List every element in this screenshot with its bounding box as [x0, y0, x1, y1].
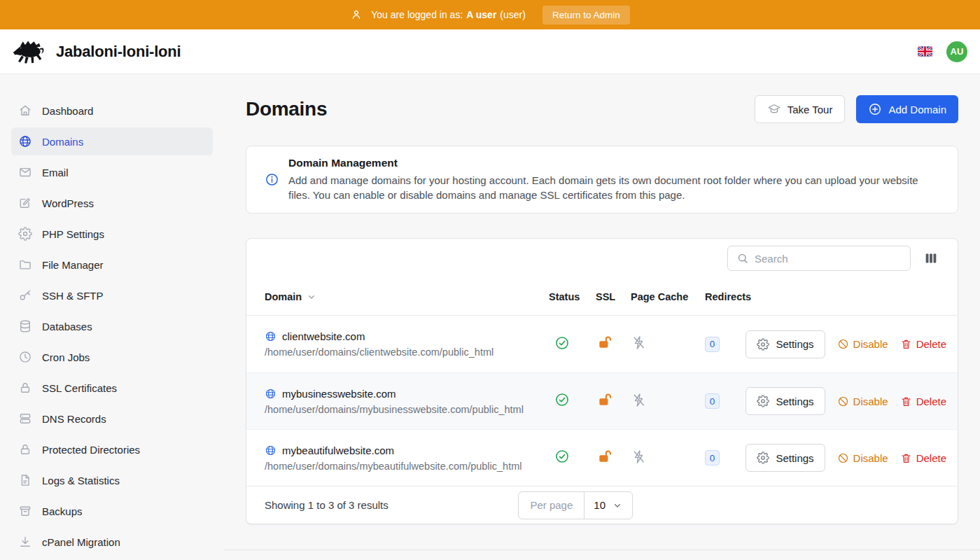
search-input[interactable]: [755, 253, 902, 265]
sidebar-item-cron-jobs[interactable]: Cron Jobs: [11, 343, 213, 371]
return-to-admin-button[interactable]: Return to Admin: [542, 6, 630, 24]
sidebar-item-backups[interactable]: Backups: [11, 497, 213, 525]
redirects-count-badge[interactable]: 0: [705, 337, 720, 352]
gear-icon: [757, 451, 769, 464]
sidebar-item-ssh-sftp[interactable]: SSH & SFTP: [11, 281, 213, 309]
folder-icon: [18, 258, 32, 272]
add-domain-label: Add Domain: [888, 104, 946, 115]
column-settings-button[interactable]: [923, 251, 939, 266]
sidebar-item-label: cPanel Migration: [42, 536, 120, 548]
sidebar-item-label: SSH & SFTP: [42, 290, 104, 302]
sidebar-item-label: Dashboard: [42, 105, 93, 117]
globe-icon: [265, 330, 276, 342]
sidebar-item-dashboard[interactable]: Dashboard: [11, 97, 213, 125]
status-active-icon: [554, 392, 570, 407]
sort-chevron-down-icon: [306, 291, 317, 302]
domain-name: mybeautifulwebsite.com: [282, 444, 394, 456]
take-tour-button[interactable]: Take Tour: [755, 95, 846, 123]
domain-name: mybusinesswebsite.com: [282, 388, 396, 400]
ban-icon: [837, 338, 849, 350]
database-icon: [18, 319, 32, 333]
settings-button[interactable]: Settings: [746, 444, 825, 472]
per-page-control[interactable]: Per page 10: [518, 491, 633, 519]
server-icon: [18, 412, 32, 426]
document-root-path: /home/user/domains/mybusinesswebsite.com…: [265, 404, 549, 415]
ssl-unlocked-icon: [597, 392, 613, 408]
app-header: Jabaloni-loni-loni AU: [0, 29, 980, 74]
status-active-icon: [554, 335, 570, 351]
table-header-row: Domain Status SSL Page Cache Redirects: [246, 278, 958, 316]
per-page-label: Per page: [519, 492, 584, 519]
search-box: [727, 246, 911, 271]
status-active-icon: [554, 449, 570, 464]
settings-button[interactable]: Settings: [746, 387, 825, 415]
uk-flag-icon: [918, 46, 932, 57]
sidebar-item-label: Databases: [42, 321, 92, 332]
brand-home-link[interactable]: Jabaloni-loni-loni: [11, 38, 181, 64]
ban-icon: [837, 396, 849, 407]
columns-icon: [923, 251, 939, 266]
sidebar-item-label: Protected Directories: [42, 444, 140, 456]
add-domain-button[interactable]: Add Domain: [856, 95, 958, 123]
results-summary: Showing 1 to 3 of 3 results: [265, 499, 388, 511]
chevron-down-icon: [612, 500, 623, 511]
table-row: mybeautifulwebsite.com /home/user/domain…: [246, 429, 958, 486]
sidebar-item-email[interactable]: Email: [11, 158, 213, 186]
settings-button[interactable]: Settings: [746, 330, 825, 358]
brand-title: Jabaloni-loni-loni: [56, 43, 181, 61]
sidebar-item-protected-directories[interactable]: Protected Directories: [11, 435, 213, 463]
page-title: Domains: [246, 98, 327, 120]
globe-icon: [18, 134, 32, 148]
search-icon: [736, 252, 749, 265]
column-header-domain[interactable]: Domain: [265, 291, 549, 302]
page-cache-disabled-icon: [631, 449, 647, 465]
sidebar-item-dns-records[interactable]: DNS Records: [11, 405, 213, 433]
info-box-description: Add and manage domains for your hosting …: [288, 173, 937, 202]
sidebar-item-label: Domains: [42, 136, 83, 148]
sidebar-item-logs-statistics[interactable]: Logs & Statistics: [11, 466, 213, 494]
gear-icon: [757, 395, 769, 407]
domains-table-card: Domain Status SSL Page Cache Redirects c…: [246, 238, 958, 524]
disable-button[interactable]: Disable: [837, 452, 888, 464]
sidebar-item-label: DNS Records: [42, 413, 106, 425]
ban-icon: [837, 452, 849, 464]
gear-icon: [757, 338, 769, 351]
banner-user-name: A user: [466, 9, 496, 20]
take-tour-label: Take Tour: [788, 104, 833, 115]
avatar[interactable]: AU: [946, 41, 967, 62]
redirects-count-badge[interactable]: 0: [705, 450, 720, 465]
sidebar-item-php-settings[interactable]: PHP Settings: [11, 220, 213, 248]
column-header-ssl: SSL: [596, 291, 631, 302]
document-root-path: /home/user/domains/mybeautifulwebsite.co…: [265, 461, 549, 472]
sidebar-item-ssl-certificates[interactable]: SSL Certificates: [11, 374, 213, 402]
sidebar-item-label: Logs & Statistics: [42, 475, 120, 486]
delete-button[interactable]: Delete: [900, 452, 946, 464]
sidebar-item-domains[interactable]: Domains: [11, 127, 213, 155]
delete-button[interactable]: Delete: [900, 338, 946, 350]
disable-button[interactable]: Disable: [837, 338, 888, 350]
mail-icon: [18, 165, 32, 179]
per-page-select[interactable]: 10: [584, 492, 632, 519]
delete-button[interactable]: Delete: [900, 396, 946, 407]
redirects-count-badge[interactable]: 0: [705, 393, 720, 409]
sidebar-item-databases[interactable]: Databases: [11, 312, 213, 340]
table-toolbar: [246, 239, 958, 278]
page-cache-disabled-icon: [631, 392, 647, 408]
table-row: mybusinesswebsite.com /home/user/domains…: [246, 372, 958, 429]
banner-prefix: You are logged in as:: [371, 9, 463, 20]
home-icon: [18, 104, 32, 118]
info-box-title: Domain Management: [288, 157, 937, 169]
sidebar-item-file-manager[interactable]: File Manager: [11, 251, 213, 279]
sidebar-item-wordpress[interactable]: WordPress: [11, 189, 213, 217]
sidebar-item-label: Backups: [42, 505, 83, 517]
sidebar-item-label: File Manager: [42, 259, 104, 271]
language-selector[interactable]: [918, 46, 932, 57]
ssl-unlocked-icon: [597, 335, 613, 351]
column-header-redirects: Redirects: [705, 291, 764, 302]
globe-icon: [265, 388, 276, 400]
sidebar-item-cpanel-migration[interactable]: cPanel Migration: [11, 528, 213, 556]
edit-icon: [18, 196, 32, 210]
disable-button[interactable]: Disable: [837, 396, 888, 407]
domain-management-info-box: Domain Management Add and manage domains…: [246, 146, 958, 214]
sidebar: Dashboard Domains Email WordPress PHP Se…: [0, 74, 224, 560]
